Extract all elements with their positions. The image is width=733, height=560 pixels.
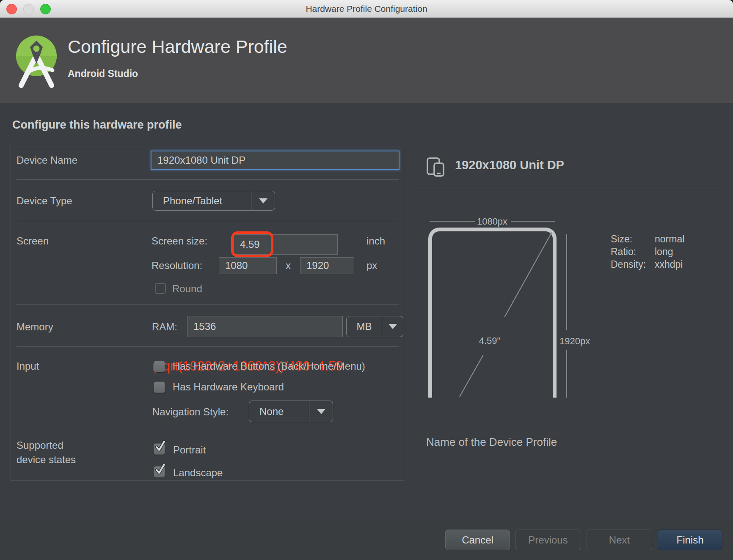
divider (17, 304, 399, 305)
screen-size-unit: inch (366, 231, 385, 251)
memory-label: Memory (17, 317, 53, 337)
height-measure-line (566, 234, 567, 330)
checkmark-icon (154, 463, 166, 475)
landscape-label: Landscape (173, 467, 223, 478)
window-title: Hardware Profile Configuration (0, 0, 733, 18)
ram-unit-dropdown[interactable]: MB (346, 316, 403, 337)
device-name-label: Device Name (17, 151, 77, 170)
wizard-title: Configure Hardware Profile (68, 36, 287, 57)
ram-unit-value: MB (347, 316, 382, 337)
property-row: Density:xxhdpi (611, 258, 684, 271)
dialog-footer: Cancel Previous Next Finish (0, 520, 733, 560)
hw-keyboard-label: Has Hardware Keyboard (173, 377, 284, 397)
resolution-label: Resolution: (152, 257, 202, 274)
property-row: Ratio:long (611, 245, 684, 258)
height-dimension-label: 1920px (559, 336, 590, 347)
preview-divider (413, 189, 725, 189)
screen-diagonal-line (428, 228, 557, 398)
height-measure-line (566, 350, 567, 398)
device-properties: Size:normal Ratio:long Density:xxhdpi (611, 233, 684, 271)
divider (17, 221, 399, 221)
android-studio-logo-icon (12, 30, 61, 88)
landscape-checkbox[interactable] (154, 466, 165, 478)
titlebar: Hardware Profile Configuration (0, 0, 733, 18)
hw-buttons-checkbox[interactable] (154, 361, 165, 372)
portrait-label: Portrait (173, 444, 206, 456)
field-hint-text: Name of the Device Profile (426, 436, 557, 449)
next-button[interactable]: Next (587, 530, 652, 550)
cancel-button[interactable]: Cancel (445, 530, 510, 550)
round-label: Round (172, 283, 202, 295)
ram-input[interactable] (187, 316, 343, 337)
checkmark-icon (154, 440, 166, 452)
supported-states-label: Supported device states (17, 438, 76, 467)
annotation-highlight-box (231, 231, 273, 257)
screen-size-label: Screen size: (152, 231, 207, 251)
screen-label: Screen (17, 231, 49, 251)
device-name-input[interactable] (151, 151, 400, 170)
section-heading: Configure this hardware profile (12, 118, 182, 132)
preview-device-name: 1920x1080 Unit DP (455, 158, 564, 172)
width-measure-line (430, 221, 475, 222)
width-measure-line (511, 221, 555, 222)
device-type-dropdown[interactable]: Phone/Tablet (152, 191, 275, 211)
nav-style-label: Navigation Style: (152, 402, 229, 422)
finish-button[interactable]: Finish (658, 530, 722, 550)
previous-button[interactable]: Previous (515, 530, 581, 550)
resolution-unit: px (366, 257, 377, 274)
device-type-label: Device Type (17, 191, 72, 211)
input-label: Input (17, 357, 39, 376)
dropdown-arrow-icon (382, 316, 403, 337)
hw-buttons-label: Has Hardware Buttons (Back/Home/Menu) (173, 357, 365, 376)
wizard-header: Configure Hardware Profile Android Studi… (0, 18, 733, 103)
dropdown-arrow-icon (251, 191, 275, 210)
device-type-value: Phone/Tablet (153, 191, 251, 210)
divider (17, 432, 399, 432)
resolution-height-input[interactable] (300, 257, 354, 274)
width-dimension-label: 1080px (471, 216, 513, 227)
resolution-width-input[interactable] (219, 257, 277, 274)
hardware-profile-dialog: Hardware Profile Configuration Configure… (0, 0, 733, 560)
wizard-subtitle: Android Studio (68, 68, 138, 80)
resolution-separator: x (286, 257, 291, 274)
diagonal-dimension-label: 4.59" (468, 335, 511, 346)
portrait-checkbox[interactable] (154, 443, 165, 455)
ram-label: RAM: (152, 317, 177, 337)
devices-icon (427, 157, 444, 177)
property-row: Size:normal (611, 233, 684, 245)
nav-style-dropdown[interactable]: None (249, 401, 333, 422)
divider (17, 346, 399, 347)
hardware-profile-form: Device Name Device Type Phone/Tablet (sq… (11, 146, 404, 481)
divider (17, 179, 399, 180)
hw-keyboard-checkbox[interactable] (154, 382, 165, 393)
round-checkbox[interactable] (155, 283, 166, 294)
dropdown-arrow-icon (309, 401, 333, 422)
nav-style-value: None (249, 401, 309, 422)
